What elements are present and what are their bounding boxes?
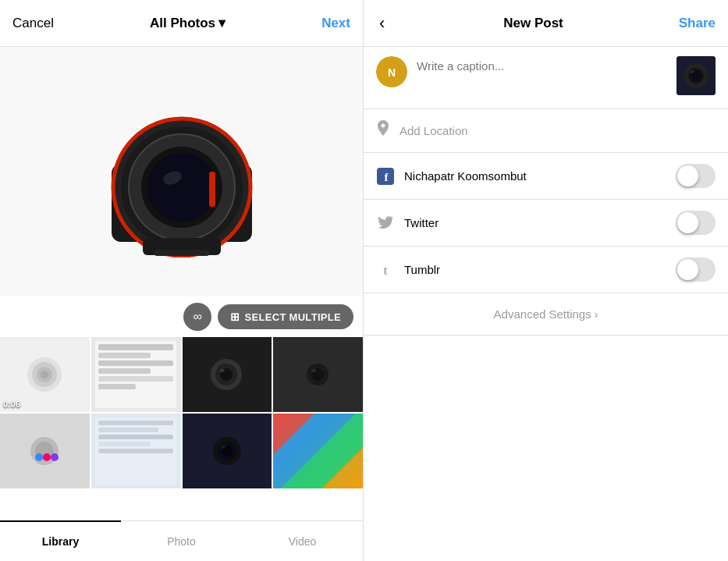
thumbnail-duration: 0:06 [3,399,20,409]
left-panel: Cancel All Photos ▾ Next [0,0,364,561]
tumblr-account-label: Tumblr [404,263,666,276]
back-button[interactable]: ‹ [376,13,388,34]
twitter-toggle[interactable] [676,211,716,235]
infinity-button[interactable]: ∞ [183,303,211,331]
left-header: Cancel All Photos ▾ Next [0,0,363,47]
location-placeholder-text: Add Location [400,124,716,137]
facebook-toggle[interactable] [676,164,716,188]
right-panel: ‹ New Post Share N [364,0,728,561]
svg-point-27 [51,453,59,461]
all-photos-button[interactable]: All Photos ▾ [150,15,226,31]
back-chevron-icon: ‹ [379,13,385,33]
svg-rect-9 [154,250,209,256]
advanced-settings-label: Advanced Settings [494,307,591,321]
avatar: N [376,56,407,87]
thumbnail-item[interactable] [273,337,363,412]
right-header: ‹ New Post Share [364,0,728,47]
photo-preview-area [0,47,363,296]
advanced-settings-row[interactable]: Advanced Settings › [364,293,728,336]
share-button[interactable]: Share [679,16,716,31]
toolbar-row: ∞ ⊞ SELECT MULTIPLE [0,296,363,337]
thumbnail-item[interactable] [183,337,272,412]
social-row-twitter: Twitter [364,200,728,247]
thumbnail-item[interactable] [91,414,181,488]
tab-photo[interactable]: Photo [121,521,242,561]
svg-text:t: t [383,264,388,277]
lens-preview [88,86,275,257]
caption-row: N [364,47,728,109]
thumbnail-item[interactable] [91,337,181,412]
location-row[interactable]: Add Location [364,109,728,153]
svg-point-26 [43,453,51,461]
svg-text:N: N [388,66,396,79]
facebook-icon: f [376,167,395,186]
advanced-settings-chevron-icon: › [595,308,598,321]
twitter-icon [376,214,395,233]
select-multiple-button[interactable]: ⊞ SELECT MULTIPLE [218,304,353,329]
svg-point-14 [41,371,48,378]
tab-video[interactable]: Video [242,521,363,561]
svg-point-6 [147,153,216,222]
twitter-account-label: Twitter [404,216,666,229]
svg-rect-10 [209,172,215,207]
select-multiple-icon: ⊞ [230,311,240,323]
social-row-tumblr: t Tumblr [364,247,728,293]
bottom-tabs: Library Photo Video [0,520,363,561]
tumblr-toggle[interactable] [676,257,716,282]
caption-input[interactable] [417,56,667,73]
location-pin-icon [376,120,390,141]
svg-point-25 [35,453,43,461]
tab-library[interactable]: Library [0,520,121,561]
page-title: New Post [503,16,563,31]
thumbnail-item[interactable] [0,414,90,488]
post-thumbnail [677,56,716,95]
thumbnail-item[interactable]: 0:06 [0,337,90,412]
all-photos-label: All Photos [150,16,215,31]
tumblr-icon: t [376,261,395,279]
thumbnail-item[interactable] [183,414,272,488]
social-row-facebook: f Nichapatr Koomsombut [364,153,728,200]
chevron-down-icon: ▾ [218,15,226,31]
thumbnail-grid: 0:06 [0,337,363,520]
next-button[interactable]: Next [321,16,350,31]
cancel-button[interactable]: Cancel [12,16,54,31]
facebook-account-label: Nichapatr Koomsombut [404,169,666,183]
thumbnail-item[interactable] [273,414,363,488]
